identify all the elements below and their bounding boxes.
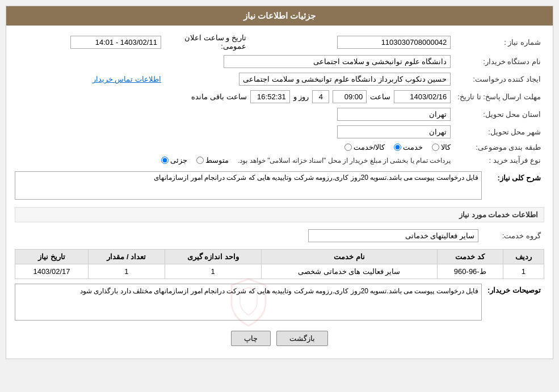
th-tedad: تعداد / مقدار bbox=[88, 250, 165, 264]
tabaqe-kala-khedmat-label: کالا/خدمت bbox=[354, 143, 385, 151]
back-button[interactable]: بازگشت bbox=[276, 331, 328, 346]
tabaqe-kala-radio[interactable] bbox=[432, 144, 439, 151]
tabaqe-khedmat-radio[interactable] bbox=[394, 144, 401, 151]
row-shomara: شماره نیاز : 1103030708000042 تاریخ و سا… bbox=[15, 31, 544, 53]
nooe-options: پرداخت تمام یا بخشی از مبلغ خریدار از مح… bbox=[15, 154, 454, 167]
shomara-label: شماره نیاز : bbox=[454, 31, 544, 53]
nooe-motavaset-label: متوسط bbox=[205, 156, 229, 165]
cell-nam: سایر فعالیت های خدماتی شخصی bbox=[261, 264, 437, 279]
th-tarikh: تاریخ نیاز bbox=[15, 250, 89, 264]
table-row: 1 ط-96-960 سایر فعالیت های خدماتی شخصی 1… bbox=[15, 264, 544, 279]
gorooh-table: گروه خدمت: سایر فعالیتهای خدماتی bbox=[15, 227, 544, 245]
page-wrapper: جزئیات اطلاعات نیاز شماره نیاز : 1103030… bbox=[0, 0, 559, 392]
shomara-input: 1103030708000042 bbox=[337, 36, 451, 49]
header-bar: جزئیات اطلاعات نیاز bbox=[6, 6, 553, 26]
sharh-section: شرح کلی نیاز: فایل درخواست پیوست می باشد… bbox=[15, 171, 544, 201]
mohlat-days-input: 4 bbox=[312, 90, 329, 103]
ijad-label: ایجاد کننده درخواست: bbox=[454, 70, 544, 88]
ostan-label: استان محل تحویل: bbox=[454, 106, 544, 123]
tabaqe-kala-khedmat[interactable]: کالا/خدمت bbox=[344, 143, 385, 151]
mohlat-time-label: ساعت bbox=[370, 92, 390, 101]
tosih-content: فایل درخواست پیوست می باشد.تسویه 20روز ک… bbox=[15, 284, 482, 321]
th-radif: ردیف bbox=[503, 250, 544, 264]
contact-link-cell[interactable]: اطلاعات تماس خریدار bbox=[15, 70, 165, 88]
row-tabaqe: طبقه بندی موضوعی: کالا خدمت bbox=[15, 141, 544, 154]
tabaqe-kala[interactable]: کالا bbox=[432, 143, 451, 151]
gorooh-value: سایر فعالیتهای خدماتی bbox=[15, 227, 482, 245]
cell-tedad: 1 bbox=[88, 264, 165, 279]
row-mohlat: مهلت ارسال پاسخ: تا تاریخ: 1403/02/16 سا… bbox=[15, 88, 544, 106]
dastgah-input: دانشگاه علوم توانبخشی و سلامت اجتماعی bbox=[224, 55, 451, 68]
mohlat-time-remaining-input: 16:52:31 bbox=[250, 90, 290, 103]
print-button[interactable]: چاپ bbox=[231, 331, 271, 346]
announce-label: تاریخ و ساعت اعلان عمومی: bbox=[165, 31, 250, 53]
announce-value: 1403/02/11 - 14:01 bbox=[15, 31, 165, 53]
sharh-textarea[interactable] bbox=[15, 171, 482, 200]
nooe-motavaset[interactable]: متوسط bbox=[196, 156, 229, 165]
announce-input: 1403/02/11 - 14:01 bbox=[70, 36, 161, 49]
ijad-input: حسین دنکوب کاربرداز دانشگاه علوم توانبخش… bbox=[239, 73, 451, 86]
row-shahr: شهر محل تحویل: تهران bbox=[15, 123, 544, 141]
ostan-value: تهران bbox=[15, 106, 454, 123]
ijad-value: حسین دنکوب کاربرداز دانشگاه علوم توانبخش… bbox=[165, 70, 454, 88]
button-row: بازگشت چاپ bbox=[15, 324, 544, 353]
gorooh-input: سایر فعالیتهای خدماتی bbox=[308, 229, 478, 242]
sharh-content: فایل درخواست پیوست می باشد.تسویه 20روز ک… bbox=[15, 171, 482, 201]
shahr-input: تهران bbox=[337, 125, 451, 138]
khadamat-table: ردیف کد خدمت نام خدمت واحد اندازه گیری ت… bbox=[15, 249, 544, 279]
nooe-desc: پرداخت تمام یا بخشی از مبلغ خریدار از مح… bbox=[238, 157, 451, 165]
table-header-row: ردیف کد خدمت نام خدمت واحد اندازه گیری ت… bbox=[15, 250, 544, 264]
nooe-jozi-label: جزئی bbox=[170, 156, 187, 165]
row-nooe-farayand: نوع فرآیند خرید : پرداخت تمام یا بخشی از… bbox=[15, 154, 544, 167]
khadamat-section-title: اطلاعات خدمات مورد نیاز bbox=[15, 207, 544, 222]
tosih-text: فایل درخواست پیوست می باشد.تسویه 20روز ک… bbox=[80, 287, 478, 295]
sharh-label: شرح کلی نیاز: bbox=[482, 171, 544, 182]
cell-radif: 1 bbox=[503, 264, 544, 279]
th-vahed: واحد اندازه گیری bbox=[165, 250, 261, 264]
tosih-section: توصیحات خریدار: فایل درخواست پیوست می با… bbox=[15, 284, 544, 321]
contact-link[interactable]: اطلاعات تماس خریدار bbox=[93, 75, 161, 83]
gorooh-label: گروه خدمت: bbox=[482, 227, 544, 245]
nooe-motavaset-radio[interactable] bbox=[196, 157, 204, 164]
table-body: 1 ط-96-960 سایر فعالیت های خدماتی شخصی 1… bbox=[15, 264, 544, 279]
tosih-label: توصیحات خریدار: bbox=[482, 284, 544, 294]
mohlat-date-input: 1403/02/16 bbox=[394, 90, 451, 103]
shahr-label: شهر محل تحویل: bbox=[454, 123, 544, 141]
tabaqe-kala-label: کالا bbox=[441, 143, 451, 151]
row-dastgah: نام دستگاه خریدار: دانشگاه علوم توانبخشی… bbox=[15, 53, 544, 70]
table-header: ردیف کد خدمت نام خدمت واحد اندازه گیری ت… bbox=[15, 250, 544, 264]
main-container: جزئیات اطلاعات نیاز شماره نیاز : 1103030… bbox=[6, 6, 553, 359]
content-area: شماره نیاز : 1103030708000042 تاریخ و سا… bbox=[6, 26, 553, 359]
cell-kod: ط-96-960 bbox=[437, 264, 503, 279]
tabaqe-khedmat-label: خدمت bbox=[403, 143, 423, 151]
shahr-value: تهران bbox=[15, 123, 454, 141]
mohlat-time-input: 09:00 bbox=[333, 90, 367, 103]
mohlat-value: 1403/02/16 ساعت 09:00 4 روز و 16:5 bbox=[15, 88, 454, 106]
mohlat-remaining-suffix: ساعت باقی مانده bbox=[191, 92, 246, 101]
row-ostan: استان محل تحویل: تهران bbox=[15, 106, 544, 123]
tabaqe-khedmat[interactable]: خدمت bbox=[394, 143, 423, 151]
tabaqe-options: کالا خدمت کالا/خدمت bbox=[15, 141, 454, 154]
tabaqe-kala-khedmat-radio[interactable] bbox=[344, 144, 352, 151]
tabaqe-label: طبقه بندی موضوعی: bbox=[454, 141, 544, 154]
th-kod: کد خدمت bbox=[437, 250, 503, 264]
header-title: جزئیات اطلاعات نیاز bbox=[243, 11, 316, 20]
th-nam: نام خدمت bbox=[261, 250, 437, 264]
shomara-value: 1103030708000042 bbox=[250, 31, 454, 53]
nooe-jozi[interactable]: جزئی bbox=[161, 156, 187, 165]
mohlat-label: مهلت ارسال پاسخ: تا تاریخ: bbox=[454, 88, 544, 106]
nooe-jozi-radio[interactable] bbox=[161, 157, 169, 164]
cell-tarikh: 1403/02/17 bbox=[15, 264, 89, 279]
mohlat-days-label: روز و bbox=[293, 92, 309, 101]
ostan-input: تهران bbox=[337, 108, 451, 121]
dastgah-label: نام دستگاه خریدار: bbox=[454, 53, 544, 70]
info-table-top: شماره نیاز : 1103030708000042 تاریخ و سا… bbox=[15, 31, 544, 167]
row-ijad: ایجاد کننده درخواست: حسین دنکوب کاربرداز… bbox=[15, 70, 544, 88]
row-gorooh: گروه خدمت: سایر فعالیتهای خدماتی bbox=[15, 227, 544, 245]
nooe-label: نوع فرآیند خرید : bbox=[454, 154, 544, 167]
shield-watermark bbox=[223, 277, 274, 328]
dastgah-value: دانشگاه علوم توانبخشی و سلامت اجتماعی bbox=[15, 53, 454, 70]
